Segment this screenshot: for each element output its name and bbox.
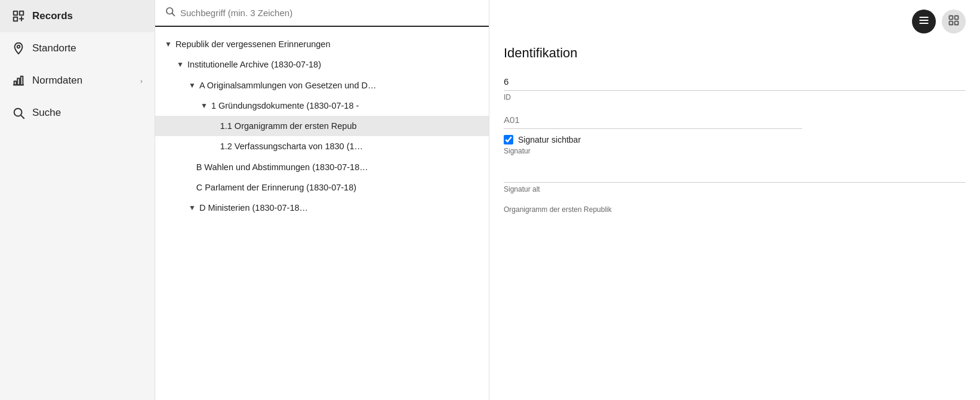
- signature-visible-label: Signatur sichtbar: [518, 135, 581, 144]
- right-panel: Identifikation 6 ID A01 Signatur sichtba…: [489, 0, 980, 400]
- svg-rect-9: [21, 76, 23, 85]
- tree-toggle-t5: [212, 121, 217, 131]
- search-input[interactable]: [180, 8, 479, 18]
- sidebar-item-normdaten[interactable]: Normdaten ›: [0, 64, 155, 97]
- svg-rect-2: [14, 17, 17, 21]
- svg-line-13: [172, 13, 174, 16]
- sidebar-item-suche[interactable]: Suche: [0, 97, 155, 129]
- tree-toggle-t3: ▼: [189, 81, 196, 91]
- id-label: ID: [504, 93, 966, 101]
- tree-toggle-t1: ▼: [165, 39, 172, 50]
- tree-label-t2: Institutionelle Archive (1830-07-18): [187, 59, 479, 70]
- tree-item-t3[interactable]: ▼ A Originalsammlungen von Gesetzen und …: [155, 75, 489, 96]
- svg-rect-19: [950, 21, 953, 24]
- signature-visible-checkbox[interactable]: [504, 135, 513, 144]
- tree-toggle-t4: ▼: [201, 101, 208, 111]
- id-value: 6: [504, 73, 966, 91]
- title-field-group: Organigramm der ersten Republik: [504, 203, 966, 214]
- tree-toggle-t2: ▼: [177, 60, 184, 70]
- tree-container: ▼ Republik der vergessenen Erinnerungen …: [155, 27, 489, 400]
- sidebar-item-records-label: Records: [32, 10, 73, 22]
- tree-label-t7: B Wahlen und Abstimmungen (1830-07-18…: [196, 161, 479, 173]
- tree-item-t4[interactable]: ▼ 1 Gründungsdokumente (1830-07-18 -: [155, 96, 489, 116]
- tree-item-t2[interactable]: ▼ Institutionelle Archive (1830-07-18): [155, 54, 489, 75]
- signature-field: A01: [504, 111, 802, 129]
- signature-visible-row: Signatur sichtbar: [504, 135, 966, 144]
- records-icon: [12, 10, 25, 23]
- svg-line-11: [21, 115, 24, 118]
- title-label: Organigramm der ersten Republik: [504, 205, 966, 214]
- tree-item-t9[interactable]: ▼ D Ministerien (1830-07-18…: [155, 198, 489, 218]
- tree-item-t7[interactable]: B Wahlen und Abstimmungen (1830-07-18…: [155, 157, 489, 177]
- tree-label-t9: D Ministerien (1830-07-18…: [199, 202, 479, 214]
- chart-icon: [12, 74, 25, 87]
- svg-rect-17: [950, 16, 953, 19]
- signature-old-field-group: Signatur alt: [504, 165, 966, 193]
- sidebar-item-records[interactable]: Records: [0, 0, 155, 32]
- tree-toggle-t6: [212, 141, 217, 152]
- tree-label-t8: C Parlament der Erinnerung (1830-07-18): [196, 181, 479, 193]
- signature-label: Signatur: [504, 147, 966, 155]
- sidebar: Records Standorte Normdaten ›: [0, 0, 155, 400]
- tree-item-t8[interactable]: C Parlament der Erinnerung (1830-07-18): [155, 177, 489, 198]
- tree-toggle-t7: [189, 162, 193, 173]
- signature-visible-value: [816, 111, 966, 129]
- normdaten-chevron-icon: ›: [140, 76, 143, 85]
- tree-label-t4: 1 Gründungsdokumente (1830-07-18 -: [211, 100, 479, 112]
- grid-view-icon: [948, 14, 960, 29]
- svg-rect-7: [14, 81, 17, 85]
- search-bar: [155, 0, 489, 27]
- location-icon: [12, 42, 25, 55]
- sidebar-item-normdaten-label: Normdaten: [32, 75, 82, 87]
- view-toggle-group: [504, 10, 966, 33]
- sidebar-item-standorte[interactable]: Standorte: [0, 32, 155, 64]
- grid-view-button[interactable]: [942, 10, 966, 33]
- search-sidebar-icon: [12, 106, 25, 119]
- tree-label-t5: 1.1 Organigramm der ersten Repub: [220, 120, 479, 132]
- tree-item-t6[interactable]: 1.2 Verfassungscharta von 1830 (1…: [155, 136, 489, 156]
- svg-rect-1: [20, 11, 23, 15]
- svg-rect-20: [955, 21, 959, 24]
- signature-value: A01: [504, 111, 802, 129]
- tree-label-t6: 1.2 Verfassungscharta von 1830 (1…: [220, 140, 479, 152]
- signature-old-value: [504, 165, 966, 183]
- signature-visible-field: [816, 111, 966, 129]
- sidebar-item-standorte-label: Standorte: [32, 42, 76, 54]
- signatur-row: A01: [504, 111, 966, 129]
- svg-rect-8: [17, 78, 20, 85]
- search-icon: [165, 6, 175, 20]
- tree-item-t5[interactable]: 1.1 Organigramm der ersten Repub: [155, 116, 489, 136]
- list-view-icon: [918, 14, 930, 29]
- section-title: Identifikation: [504, 45, 966, 61]
- svg-rect-0: [14, 11, 17, 15]
- middle-panel: ▼ Republik der vergessenen Erinnerungen …: [155, 0, 489, 400]
- svg-point-5: [17, 45, 20, 48]
- tree-item-t1[interactable]: ▼ Republik der vergessenen Erinnerungen: [155, 34, 489, 54]
- signature-old-label: Signatur alt: [504, 185, 966, 193]
- svg-rect-18: [955, 16, 959, 19]
- sidebar-item-suche-label: Suche: [32, 107, 61, 119]
- tree-label-t3: A Originalsammlungen von Gesetzen und D…: [199, 79, 479, 91]
- id-field-group: 6 ID: [504, 73, 966, 101]
- signatur-section: A01 Signatur sichtbar Signatur: [504, 111, 966, 155]
- tree-label-t1: Republik der vergessenen Erinnerungen: [175, 38, 479, 50]
- tree-toggle-t9: ▼: [189, 203, 196, 213]
- list-view-button[interactable]: [912, 10, 936, 33]
- tree-toggle-t8: [189, 183, 193, 193]
